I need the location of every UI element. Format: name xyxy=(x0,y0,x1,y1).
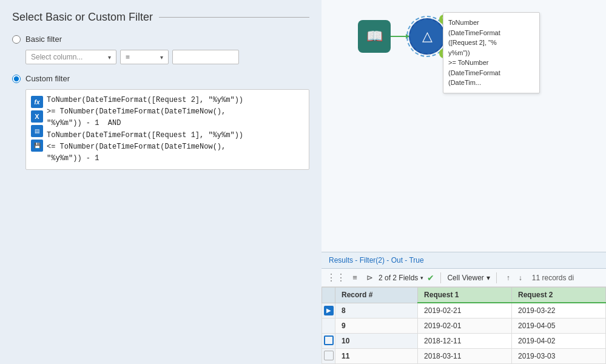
panel-title: Select Basic or Custom Filter xyxy=(12,11,309,24)
filter-row-icon[interactable]: ⊳ xyxy=(364,272,375,283)
tooltip-text: ToNumber (DateTimeFormat ([Request 2], "… xyxy=(448,19,500,86)
table-header-row: Record # Request 1 Request 2 xyxy=(322,288,606,303)
toolbar-dots[interactable]: ⋮⋮ xyxy=(326,272,346,283)
check-icon[interactable]: ✔ xyxy=(427,273,434,283)
nav-arrows: ↑ ↓ xyxy=(503,272,526,283)
column-select-chevron: ▾ xyxy=(108,54,111,61)
custom-filter-label: Custom filter xyxy=(25,74,70,83)
basic-filter-label: Basic filter xyxy=(25,35,62,44)
record-number: 8 xyxy=(335,303,418,318)
table-row: 9 2019-02-01 2019-04-05 xyxy=(322,318,606,334)
col-record: Record # xyxy=(335,288,418,303)
basic-filter-radio[interactable] xyxy=(12,35,21,44)
record-number: 11 xyxy=(335,349,418,364)
basic-filter-radio-row: Basic filter xyxy=(12,35,309,44)
operator-value: = xyxy=(126,53,130,61)
column-select[interactable]: Select column... ▾ xyxy=(25,50,116,64)
connector-line xyxy=(391,36,409,37)
column-select-placeholder: Select column... xyxy=(31,53,82,61)
cell-viewer-label: Cell Viewer xyxy=(447,274,483,282)
panel-title-text: Select Basic or Custom Filter xyxy=(12,11,153,24)
request1-cell: 2018-03-11 xyxy=(418,349,512,364)
table-row: 11 2018-03-11 2019-03-03 xyxy=(322,349,606,364)
row-icon-outline-blue xyxy=(324,335,334,345)
record-number: 9 xyxy=(335,318,418,334)
request2-cell: 2019-04-05 xyxy=(512,318,606,334)
right-panel: 📖 △ T F ToNumber (DateTimeFormat ([Reque… xyxy=(322,0,606,364)
filter-value-input[interactable] xyxy=(172,50,239,64)
col-request1: Request 1 xyxy=(418,288,512,303)
node-tooltip: ToNumber (DateTimeFormat ([Request 2], "… xyxy=(443,12,540,93)
table-row: 10 2018-12-11 2019-04-02 xyxy=(322,334,606,349)
basic-filter-section: Basic filter Select column... ▾ = ▾ xyxy=(12,35,309,64)
records-info: 11 records di xyxy=(532,274,574,282)
left-panel: Select Basic or Custom Filter Basic filt… xyxy=(0,0,322,364)
row-icon-cell xyxy=(322,349,335,364)
col-request2: Request 2 xyxy=(512,288,606,303)
filter-node[interactable]: △ xyxy=(409,18,445,55)
table-list-icon[interactable]: ≡ xyxy=(349,272,360,283)
request1-cell: 2019-02-01 xyxy=(418,318,512,334)
table-row: ▶ 8 2019-02-21 2019-03-22 xyxy=(322,303,606,318)
arrow-down-btn[interactable]: ↓ xyxy=(515,272,526,283)
book-icon: 📖 xyxy=(366,29,383,44)
row-icon-cell xyxy=(322,334,335,349)
book-node[interactable]: 📖 xyxy=(358,20,391,53)
custom-filter-box: fx X ▤ 💾 ToNumber(DateTimeFormat([Reques… xyxy=(25,89,309,170)
cell-viewer-dropdown[interactable]: Cell Viewer ▾ xyxy=(447,274,490,282)
request2-cell: 2019-03-22 xyxy=(512,303,606,318)
filter-node-outer: △ T F xyxy=(409,18,445,55)
row-icon-blue: ▶ xyxy=(324,306,334,315)
workflow-nodes: 📖 △ T F xyxy=(358,18,445,55)
toolbar-divider-1 xyxy=(440,272,441,283)
basic-filter-controls: Select column... ▾ = ▾ xyxy=(25,50,309,64)
request2-cell: 2019-04-02 xyxy=(512,334,606,349)
custom-filter-radio[interactable] xyxy=(12,75,21,83)
fx-icon: fx xyxy=(31,96,43,108)
x-icon: X xyxy=(31,110,43,123)
cell-viewer-chevron: ▾ xyxy=(486,274,490,282)
results-section: Results - Filter(2) - Out - True ⋮⋮ ≡ ⊳ … xyxy=(322,252,606,364)
results-table: Record # Request 1 Request 2 ▶ 8 2019-02… xyxy=(322,287,606,364)
results-toolbar: ⋮⋮ ≡ ⊳ 2 of 2 Fields ▾ ✔ Cell Viewer ▾ ↑… xyxy=(322,269,606,287)
operator-select[interactable]: = ▾ xyxy=(120,50,169,64)
toolbar-divider-2 xyxy=(496,272,497,283)
fields-dropdown[interactable]: 2 of 2 Fields ▾ xyxy=(379,274,423,282)
results-header: Results - Filter(2) - Out - True xyxy=(322,252,606,269)
filter-icon: △ xyxy=(422,29,433,44)
row-icon-cell: ▶ xyxy=(322,303,335,318)
fields-label: 2 of 2 Fields xyxy=(379,274,418,282)
operator-chevron: ▾ xyxy=(160,54,163,61)
results-tbody: ▶ 8 2019-02-21 2019-03-22 9 2019-02-01 2… xyxy=(322,303,606,364)
request1-cell: 2019-02-21 xyxy=(418,303,512,318)
row-icon-cell xyxy=(322,318,335,334)
record-number: 10 xyxy=(335,334,418,349)
arrow-up-btn[interactable]: ↑ xyxy=(503,272,514,283)
save-icon: 💾 xyxy=(31,140,43,152)
custom-filter-section: Custom filter fx X ▤ 💾 ToNumber(DateTime… xyxy=(12,74,309,170)
row-icon-outline xyxy=(324,351,334,360)
canvas-area: 📖 △ T F ToNumber (DateTimeFormat ([Reque… xyxy=(322,0,606,252)
request1-cell: 2018-12-11 xyxy=(418,334,512,349)
db-icon: ▤ xyxy=(31,125,43,137)
custom-filter-radio-row: Custom filter xyxy=(12,74,309,83)
formula-icon-col: fx X ▤ 💾 xyxy=(31,95,43,164)
fields-chevron: ▾ xyxy=(420,275,423,281)
request2-cell: 2019-03-03 xyxy=(512,349,606,364)
formula-text[interactable]: ToNumber(DateTimeFormat([Request 2], "%y… xyxy=(47,95,243,164)
